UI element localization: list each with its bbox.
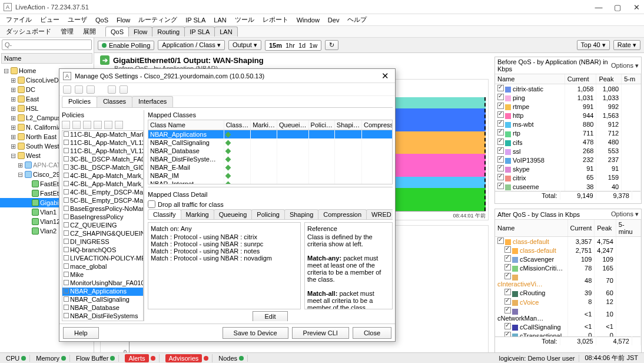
policy-row[interactable]: 11C-BL_App-Match_Mark_FA010… <box>62 131 143 139</box>
subtab-queueing[interactable]: Queueing <box>214 209 253 219</box>
tool-icon-5[interactable] <box>119 85 128 94</box>
mapped-class-row[interactable]: NBAR_DistFileSyste… <box>148 155 393 163</box>
policy-add-icon[interactable] <box>62 121 70 129</box>
view-tab-flow[interactable]: Flow <box>128 27 152 37</box>
policy-edit-icon[interactable] <box>94 121 102 129</box>
alerts-badge[interactable]: Alerts <box>125 354 148 362</box>
menu-flow[interactable]: Flow <box>113 15 134 25</box>
policy-row[interactable]: NBAR_CallSignaling <box>62 296 143 304</box>
table-row[interactable]: cInteractiveVi…4870 <box>495 272 641 288</box>
refresh-button[interactable]: ↻ <box>325 40 338 50</box>
menu-ユーザ[interactable]: ユーザ <box>64 14 91 25</box>
policy-row[interactable]: MonitorUsingNbar_FA010_In <box>62 279 143 288</box>
policy-row[interactable]: HQ-branchQOS <box>62 246 143 255</box>
policy-row[interactable]: CZ_QUEUEING <box>62 222 143 230</box>
policy-down-icon[interactable] <box>115 121 123 129</box>
menu-レポート[interactable]: レポート <box>259 14 292 25</box>
policy-row[interactable]: NBAR_Applications <box>62 288 143 296</box>
menu-qos[interactable]: QoS <box>92 15 112 25</box>
policy-row[interactable]: 4C-BL_App-Match_Mark_FA010_… <box>62 172 143 180</box>
menu-dev[interactable]: Dev <box>324 15 343 25</box>
range-1hr[interactable]: 1hr <box>286 42 295 49</box>
mapped-class-row[interactable]: NBAR_Internet <box>148 180 393 184</box>
table-row[interactable]: skype9191 <box>495 164 641 173</box>
table-row[interactable]: cCallSignaling<1<1 <box>495 322 641 331</box>
subtab-policing[interactable]: Policing <box>251 209 285 219</box>
deploy-button[interactable]: 展開 <box>79 27 99 37</box>
close-button[interactable]: ✕ <box>632 3 640 11</box>
maximize-button[interactable]: ▢ <box>613 3 622 11</box>
view-tab-lan[interactable]: LAN <box>214 27 237 37</box>
tool-icon-1[interactable] <box>63 85 71 94</box>
table-row[interactable]: cTransactional00 <box>495 331 641 336</box>
table-row[interactable]: VoIP13958232237 <box>495 156 641 164</box>
policy-row[interactable]: 5C-BL_Empty_DSCP-Mark <box>62 197 143 205</box>
drop-traffic-checkbox[interactable] <box>148 200 155 208</box>
dialog-close-button[interactable]: ✕ <box>379 71 391 81</box>
close-dialog-button[interactable]: Close <box>353 327 391 339</box>
output-dropdown[interactable]: Output ▾ <box>228 40 261 50</box>
rate-dropdown[interactable]: Rate ▾ <box>613 40 640 50</box>
table-row[interactable]: ms-wbt880912 <box>495 120 641 128</box>
mapped-class-row[interactable]: NBAR_Applications <box>148 130 393 139</box>
view-tab-qos[interactable]: QoS <box>105 27 129 37</box>
enable-polling-toggle[interactable]: Enable Polling <box>98 41 154 50</box>
table-row[interactable]: cVoice812 <box>495 298 641 306</box>
dialog-tab-policies[interactable]: Policies <box>62 96 97 107</box>
dialog-tab-interfaces[interactable]: Interfaces <box>132 96 173 107</box>
mapped-class-row[interactable]: NBAR_Database <box>148 147 393 155</box>
table-row[interactable]: citrix-static1,0581,080 <box>495 84 641 94</box>
policy-row[interactable]: 3C-BL_DSCP-Match_FA010_In <box>62 156 143 164</box>
manage-button[interactable]: 管理 <box>57 27 77 37</box>
table-row[interactable]: citrix65159 <box>495 173 641 182</box>
menu-window[interactable]: Window <box>293 15 323 25</box>
policy-row[interactable]: NBAR_DistFileSystems <box>62 312 143 321</box>
menu-ルーティング[interactable]: ルーティング <box>135 14 181 25</box>
menu-ツール[interactable]: ツール <box>231 14 258 25</box>
table-row[interactable]: http9441,563 <box>495 111 641 120</box>
mapped-class-row[interactable]: NBAR_E-Mail <box>148 163 393 171</box>
subtab-shaping[interactable]: Shaping <box>284 209 318 219</box>
policy-row[interactable]: 11C-BL_App-Match_VL12_In_ch… <box>62 139 143 147</box>
tool-icon-2[interactable] <box>75 85 83 94</box>
range-1d[interactable]: 1d <box>298 42 306 49</box>
range-1w[interactable]: 1w <box>309 42 317 49</box>
save-to-device-button[interactable]: Save to Device <box>223 327 288 339</box>
before-table[interactable]: NameCurrentPeak5-mcitrix-static1,0581,08… <box>495 74 641 191</box>
policy-row[interactable]: CZ_SHAPING&QUEUEING <box>62 230 143 238</box>
subtab-classify[interactable]: Classify <box>148 209 181 219</box>
app-class-dropdown[interactable]: Application / Class ▾ <box>158 40 225 50</box>
before-options[interactable]: Options ▾ <box>611 62 639 70</box>
preview-cli-button[interactable]: Preview CLI <box>292 327 349 339</box>
advisories-badge[interactable]: Advisories <box>165 354 203 362</box>
table-row[interactable]: cifs478480 <box>495 138 641 147</box>
policy-row[interactable]: 3C-BL_DSCP-Match_GI01_In <box>62 164 143 172</box>
menu-lan[interactable]: LAN <box>210 15 230 25</box>
table-row[interactable]: ssl268553 <box>495 147 641 156</box>
policy-row[interactable]: NBAR_Database <box>62 304 143 312</box>
table-row[interactable]: cuseeme3840 <box>495 182 641 191</box>
table-row[interactable]: class-default2,7514,247 <box>495 246 641 255</box>
policy-row[interactable]: 4C-BL_App-Match_Mark_VL12_In <box>62 180 143 189</box>
table-row[interactable]: rtmpe991992 <box>495 102 641 111</box>
policy-row[interactable]: Mike <box>62 271 143 279</box>
table-row[interactable]: rtp711712 <box>495 128 641 137</box>
subtab-wred[interactable]: WRED <box>366 209 393 219</box>
policy-copy-icon[interactable] <box>83 121 91 129</box>
table-row[interactable]: class-default3,3574,754 <box>495 237 641 246</box>
menu-ファイル[interactable]: ファイル <box>2 14 35 25</box>
menu-ヘルプ[interactable]: ヘルプ <box>344 14 370 25</box>
tree-search-input[interactable] <box>2 39 92 50</box>
policy-row[interactable]: NBAR_E-Mail <box>62 321 143 321</box>
table-row[interactable]: cScavenger109109 <box>495 255 641 263</box>
policy-row[interactable]: BaseEgressPolicy-NoMarking <box>62 205 143 213</box>
edit-button[interactable]: Edit <box>253 311 288 321</box>
policy-row[interactable]: 4C-BL_Empty_DSCP-Mark_FA01… <box>62 189 143 197</box>
subtab-compression[interactable]: Compression <box>318 209 367 219</box>
policy-row[interactable]: 11C-BL_App-Match_VL12_In_pa… <box>62 147 143 156</box>
policy-list[interactable]: 11C-BL_App-Match_Mark_FA010…11C-BL_App-M… <box>62 130 144 321</box>
top-n-dropdown[interactable]: Top 40 ▾ <box>577 40 610 50</box>
range-15m[interactable]: 15m <box>269 42 282 49</box>
menu-ビュー[interactable]: ビュー <box>36 14 63 25</box>
table-row[interactable]: cRouting3960 <box>495 288 641 297</box>
